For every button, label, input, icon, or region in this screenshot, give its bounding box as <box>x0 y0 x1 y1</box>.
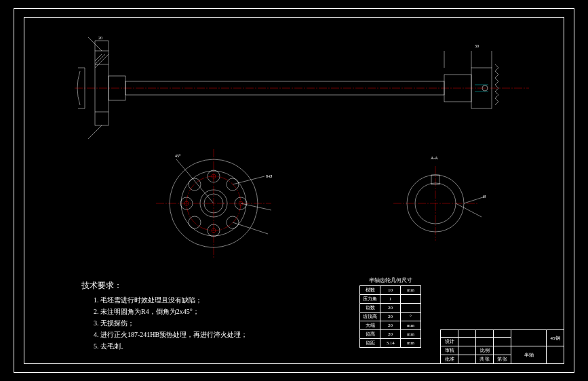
table-row: 齿距3.14mm <box>360 339 421 348</box>
flange-end-view: 8-Ø 45° <box>156 149 273 258</box>
section-view: A-A Ø <box>393 156 486 241</box>
svg-line-6 <box>95 54 102 61</box>
tech-req-item: 去毛刺。 <box>100 341 248 352</box>
svg-point-38 <box>189 216 201 228</box>
tech-req-list: 毛坯需进行时效处理且没有缺陷； 未注明圆角为R4，倒角为2x45°； 无损探伤；… <box>81 295 248 352</box>
svg-line-46 <box>233 222 268 234</box>
table-row: 压力角1 <box>360 295 421 304</box>
svg-line-55 <box>456 203 482 217</box>
svg-text:Ø: Ø <box>483 195 486 199</box>
svg-text:30: 30 <box>475 44 479 48</box>
cad-viewport[interactable]: 20 30 <box>0 0 588 381</box>
svg-line-8 <box>95 54 109 68</box>
svg-line-54 <box>464 197 485 203</box>
part-name-cell: 半轴 <box>511 346 547 364</box>
approve-label: 批准 <box>441 355 458 364</box>
param-table-caption: 半轴齿轮几何尺寸 <box>359 277 421 284</box>
qty-label: 共 张 <box>476 355 494 364</box>
table-row: 齿高20mm <box>360 330 421 339</box>
tech-req-item: 未注明圆角为R4，倒角为2x45°； <box>100 306 248 317</box>
tech-req-heading: 技术要求： <box>81 279 248 292</box>
tech-req-item: 无损探伤； <box>100 318 248 329</box>
svg-text:20: 20 <box>98 36 102 40</box>
svg-point-36 <box>189 178 201 190</box>
design-label: 设计 <box>441 338 458 346</box>
parameter-table: 半轴齿轮几何尺寸 模数10mm 压力角1 齿数20 齿顶高20° 大端20mm … <box>359 277 421 348</box>
svg-text:8-Ø: 8-Ø <box>266 174 273 178</box>
sheet-label: 第 张 <box>494 355 511 364</box>
table-row: 45钢 <box>441 330 564 338</box>
check-label: 审核 <box>441 346 458 355</box>
title-block: 45钢 设计 审核 比例 半轴 批准 共 张 第 张 <box>440 329 564 364</box>
table-row: 齿数20 <box>360 304 421 313</box>
table-row: 齿顶高20° <box>360 313 421 321</box>
svg-line-23 <box>88 125 102 139</box>
section-label: A-A <box>431 156 438 160</box>
tech-req-item: 进行正火187-241HB预热处理，再进行淬火处理； <box>100 329 248 340</box>
table-row: 大端20mm <box>360 321 421 330</box>
svg-line-44 <box>233 176 264 184</box>
material-cell: 45钢 <box>547 330 564 346</box>
technical-requirements: 技术要求： 毛坯需进行时效处理且没有缺陷； 未注明圆角为R4，倒角为2x45°；… <box>81 279 248 353</box>
svg-text:45°: 45° <box>175 154 181 158</box>
scale-label: 比例 <box>476 346 494 355</box>
table-row: 审核 比例 半轴 <box>441 346 564 355</box>
shaft-elevation: 20 30 <box>75 36 529 139</box>
svg-line-45 <box>241 203 271 210</box>
tech-req-item: 毛坯需进行时效处理且没有缺陷； <box>100 295 248 306</box>
table-row: 模数10mm <box>360 286 421 295</box>
